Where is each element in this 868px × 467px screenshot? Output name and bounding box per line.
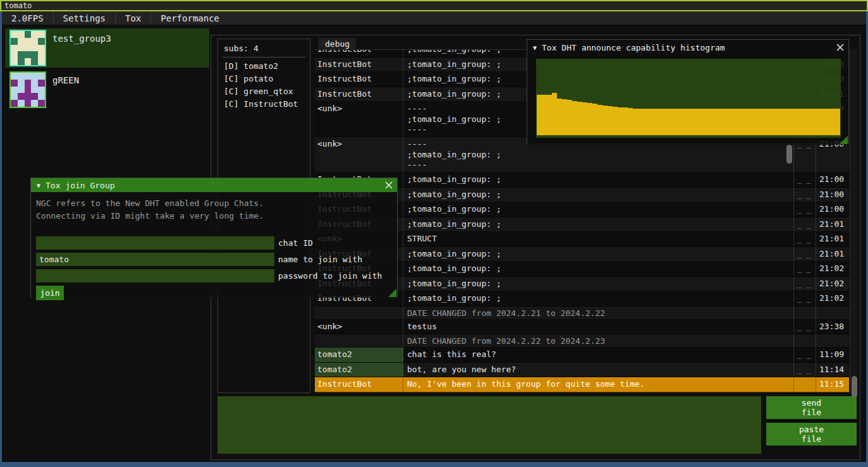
avatar-pixel xyxy=(25,31,32,38)
avatar-pixel xyxy=(18,51,25,58)
histogram-bar xyxy=(608,106,613,135)
message-text-cell: ;tomato_in_group: ; xyxy=(403,262,794,276)
histogram-bar xyxy=(714,109,719,135)
histogram-bar xyxy=(567,100,572,135)
histogram-bar xyxy=(749,109,754,135)
timestamp-cell: 11:14 xyxy=(816,363,849,377)
message-text-cell: ;tomato_in_group: ; xyxy=(403,291,794,306)
member-item-potato[interactable]: [C] potato xyxy=(218,73,310,85)
timestamp-cell xyxy=(816,334,849,347)
message-text-cell: ;tomato_in_group: ; xyxy=(403,188,794,202)
system-row[interactable]: DATE CHANGED from 2024.2.21 to 2024.2.22 xyxy=(315,306,849,320)
message-text-cell: ;tomato_in_group: ; xyxy=(403,217,794,232)
subs-count-label: subs: 4 xyxy=(224,44,310,53)
member-item-green_qtox[interactable]: [C] green_qtox xyxy=(218,85,310,98)
sender-name-cell: InstructBot xyxy=(315,377,403,392)
tab-debug[interactable]: debug xyxy=(319,38,356,51)
timestamp-cell: 23:38 xyxy=(816,320,849,334)
histogram-bar xyxy=(724,109,729,135)
close-icon[interactable] xyxy=(835,42,845,52)
menu-item-settings[interactable]: Settings xyxy=(53,11,115,25)
timestamp-cell: 11:09 xyxy=(816,348,849,362)
group-item-gREEN[interactable]: gREEN xyxy=(5,70,209,109)
histogram-bar xyxy=(734,109,739,135)
timestamp-cell: 21:00 xyxy=(816,202,849,217)
window-title: tomato xyxy=(4,1,32,10)
group-item-test_group3[interactable]: test_group3 xyxy=(5,28,209,68)
avatar-pixel xyxy=(25,45,32,52)
avatar-pixel xyxy=(31,58,38,65)
system-row[interactable]: DATE CHANGED from 2024.2.22 to 2024.2.23 xyxy=(315,334,849,348)
message-row[interactable]: <unk>testus_ _23:38 xyxy=(315,320,849,335)
sender-name-cell: tomato2 xyxy=(315,363,403,377)
message-input[interactable] xyxy=(217,396,761,454)
timestamp-cell: 21:01 xyxy=(816,217,849,232)
paste-file-button[interactable]: paste file xyxy=(766,423,857,446)
menu-item-tox[interactable]: Tox xyxy=(115,11,150,25)
collapse-arrow-icon[interactable]: ▼ xyxy=(533,44,537,51)
menu-item-performance[interactable]: Performance xyxy=(150,11,229,25)
histogram-bar xyxy=(542,95,547,135)
avatar-pixel xyxy=(25,51,32,58)
status-marks-cell: _ _ xyxy=(794,348,816,362)
sender-name-cell: InstructBot xyxy=(315,50,403,57)
chat-scrollbar-thumb[interactable] xyxy=(852,376,857,397)
avatar-pixel xyxy=(11,87,18,94)
input-field-name-to-join-with[interactable]: tomato xyxy=(36,253,274,266)
histogram-bar xyxy=(754,109,759,135)
input-field-password-to-join-with[interactable] xyxy=(36,269,274,282)
histogram-bar xyxy=(562,99,567,135)
histogram-bar xyxy=(618,107,623,135)
input-label: password to join with xyxy=(278,269,382,282)
message-row[interactable]: InstructBotNo, I've been in this group f… xyxy=(315,377,849,392)
send-file-button[interactable]: send file xyxy=(766,396,857,419)
join-group-titlebar[interactable]: ▼ Tox join Group xyxy=(31,178,397,192)
avatar-pixel xyxy=(38,80,45,87)
resize-grip[interactable] xyxy=(840,136,848,144)
timestamp-cell: 21:02 xyxy=(816,262,849,276)
message-row[interactable]: tomato2bot, are you new here?_ _11:14 xyxy=(315,363,849,378)
histogram-bar xyxy=(597,105,602,135)
histogram-titlebar[interactable]: ▼ Tox DHT announce capability histogram xyxy=(527,40,848,55)
chat-scrollbar-track[interactable] xyxy=(850,50,858,393)
avatar-pixel xyxy=(31,45,38,52)
message-scrollbar-thumb[interactable] xyxy=(786,145,792,164)
histogram-bar xyxy=(683,109,688,135)
histogram-bar xyxy=(704,109,709,135)
timestamp-cell: 21:02 xyxy=(816,277,849,291)
histogram-bar xyxy=(729,109,734,135)
histogram-bar xyxy=(830,109,835,135)
timestamp-cell xyxy=(816,306,849,319)
member-item-InstructBot[interactable]: [C] InstructBot xyxy=(218,98,310,111)
histogram-bar xyxy=(688,109,694,135)
input-field-chat-ID[interactable] xyxy=(36,236,274,250)
avatar-pixel xyxy=(25,87,32,94)
avatar-pixel xyxy=(11,73,18,80)
avatar-pixel xyxy=(25,80,32,87)
histogram-bar xyxy=(668,109,673,135)
collapse-arrow-icon[interactable]: ▼ xyxy=(37,182,40,189)
subs-separator xyxy=(222,57,306,58)
member-item-tomato2[interactable]: [D] tomato2 xyxy=(218,60,310,73)
avatar-pixel xyxy=(31,51,38,58)
avatar-pixel xyxy=(31,73,38,80)
histogram-bar xyxy=(643,109,648,135)
window-titlebar[interactable]: tomato xyxy=(0,0,868,11)
join-button[interactable]: join xyxy=(36,286,64,300)
avatar-pixel xyxy=(11,51,18,58)
status-marks-cell: _ _ xyxy=(794,320,816,334)
avatar-pixel xyxy=(11,80,18,87)
status-marks-cell: _ _ xyxy=(794,188,816,202)
avatar-pixel xyxy=(18,38,25,45)
resize-grip[interactable] xyxy=(388,289,396,297)
sender-name-cell: InstructBot xyxy=(315,58,403,72)
histogram-window: ▼ Tox DHT announce capability histogram xyxy=(527,39,849,144)
avatar-pixel xyxy=(11,58,18,65)
group-name-label: test_group3 xyxy=(52,33,111,68)
histogram-bar xyxy=(774,109,779,135)
message-row[interactable]: tomato2chat is this real?_ _11:09 xyxy=(315,348,849,363)
close-icon[interactable] xyxy=(384,180,394,190)
timestamp-cell: 21:00 xyxy=(816,188,849,202)
avatar-pixel xyxy=(25,58,32,65)
join-description-line1: NGC refers to the New DHT enabled Group … xyxy=(36,197,397,210)
